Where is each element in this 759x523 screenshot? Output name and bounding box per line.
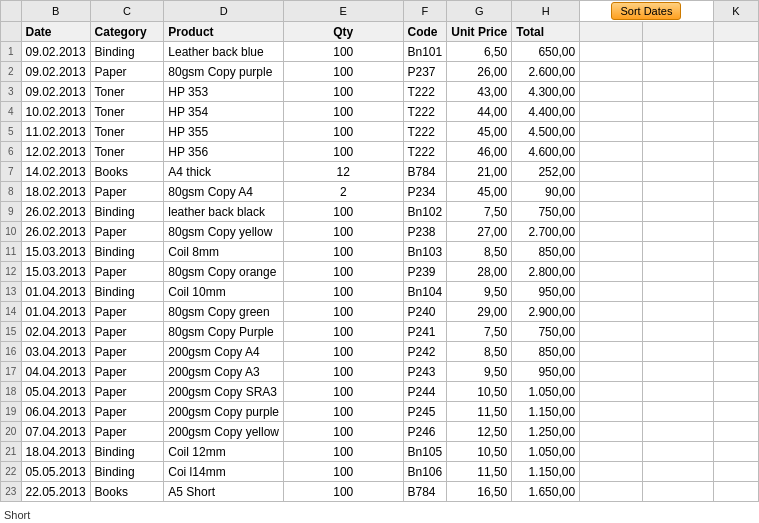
cell-product: 80gsm Copy Purple	[164, 322, 284, 342]
cell-total: 252,00	[512, 162, 580, 182]
cell-qty: 100	[284, 122, 404, 142]
cell-unit-price: 16,50	[447, 482, 512, 502]
spreadsheet: B C D E F G H Sort Dates K Date Category…	[0, 0, 759, 523]
table-row: 22 05.05.2013 Binding Coi l14mm 100 Bn10…	[1, 462, 759, 482]
cell-qty: 100	[284, 222, 404, 242]
header-product: Product	[164, 22, 284, 42]
cell-qty: 100	[284, 482, 404, 502]
cell-qty: 100	[284, 362, 404, 382]
cell-empty-i	[580, 82, 643, 102]
table-row: 7 14.02.2013 Books A4 thick 12 B784 21,0…	[1, 162, 759, 182]
cell-product: Coil 8mm	[164, 242, 284, 262]
cell-empty-k	[713, 442, 758, 462]
table-row: 4 10.02.2013 Toner HP 354 100 T222 44,00…	[1, 102, 759, 122]
cell-product: 200gsm Copy purple	[164, 402, 284, 422]
cell-empty-k	[713, 342, 758, 362]
cell-category: Paper	[90, 402, 164, 422]
row-number: 23	[1, 482, 22, 502]
cell-total: 90,00	[512, 182, 580, 202]
header-total: Total	[512, 22, 580, 42]
data-table: B C D E F G H Sort Dates K Date Category…	[0, 0, 759, 502]
cell-date: 01.04.2013	[21, 302, 90, 322]
cell-empty-k	[713, 222, 758, 242]
cell-empty-j	[643, 242, 713, 262]
cell-total: 1.150,00	[512, 402, 580, 422]
cell-category: Binding	[90, 202, 164, 222]
cell-empty-k	[713, 102, 758, 122]
cell-code: B784	[403, 162, 447, 182]
cell-date: 07.04.2013	[21, 422, 90, 442]
cell-category: Toner	[90, 102, 164, 122]
cell-category: Toner	[90, 82, 164, 102]
cell-date: 09.02.2013	[21, 82, 90, 102]
cell-empty-i	[580, 402, 643, 422]
table-row: 16 03.04.2013 Paper 200gsm Copy A4 100 P…	[1, 342, 759, 362]
col-label-g: G	[447, 1, 512, 22]
data-header-row: Date Category Product Qty Code Unit Pric…	[1, 22, 759, 42]
cell-empty-i	[580, 382, 643, 402]
cell-unit-price: 26,00	[447, 62, 512, 82]
cell-empty-k	[713, 282, 758, 302]
cell-empty-k	[713, 202, 758, 222]
cell-total: 2.800,00	[512, 262, 580, 282]
cell-date: 04.04.2013	[21, 362, 90, 382]
cell-qty: 100	[284, 242, 404, 262]
row-number: 11	[1, 242, 22, 262]
cell-qty: 100	[284, 402, 404, 422]
col-label-k: K	[713, 1, 758, 22]
cell-qty: 100	[284, 282, 404, 302]
sort-dates-button[interactable]: Sort Dates	[611, 2, 681, 20]
cell-product: A5 Short	[164, 482, 284, 502]
cell-code: Bn106	[403, 462, 447, 482]
cell-date: 26.02.2013	[21, 222, 90, 242]
cell-empty-k	[713, 62, 758, 82]
cell-code: T222	[403, 102, 447, 122]
cell-empty-j	[643, 442, 713, 462]
cell-empty-j	[643, 202, 713, 222]
cell-qty: 100	[284, 442, 404, 462]
cell-code: B784	[403, 482, 447, 502]
cell-date: 03.04.2013	[21, 342, 90, 362]
cell-date: 15.03.2013	[21, 242, 90, 262]
cell-empty-k	[713, 482, 758, 502]
cell-code: P234	[403, 182, 447, 202]
cell-date: 10.02.2013	[21, 102, 90, 122]
table-row: 11 15.03.2013 Binding Coil 8mm 100 Bn103…	[1, 242, 759, 262]
cell-empty-k	[713, 82, 758, 102]
row-number: 15	[1, 322, 22, 342]
cell-unit-price: 10,50	[447, 382, 512, 402]
cell-total: 2.900,00	[512, 302, 580, 322]
header-date: Date	[21, 22, 90, 42]
table-row: 15 02.04.2013 Paper 80gsm Copy Purple 10…	[1, 322, 759, 342]
row-number: 1	[1, 42, 22, 62]
cell-product: 80gsm Copy orange	[164, 262, 284, 282]
cell-date: 06.04.2013	[21, 402, 90, 422]
cell-total: 750,00	[512, 322, 580, 342]
cell-code: T222	[403, 122, 447, 142]
cell-product: 200gsm Copy A3	[164, 362, 284, 382]
row-number: 7	[1, 162, 22, 182]
cell-total: 750,00	[512, 202, 580, 222]
cell-total: 4.600,00	[512, 142, 580, 162]
table-row: 14 01.04.2013 Paper 80gsm Copy green 100…	[1, 302, 759, 322]
cell-qty: 100	[284, 142, 404, 162]
table-row: 21 18.04.2013 Binding Coil 12mm 100 Bn10…	[1, 442, 759, 462]
cell-empty-j	[643, 422, 713, 442]
cell-category: Binding	[90, 42, 164, 62]
cell-empty-i	[580, 322, 643, 342]
table-row: 3 09.02.2013 Toner HP 353 100 T222 43,00…	[1, 82, 759, 102]
row-number: 14	[1, 302, 22, 322]
cell-empty-k	[713, 162, 758, 182]
cell-qty: 100	[284, 42, 404, 62]
row-number: 2	[1, 62, 22, 82]
cell-total: 950,00	[512, 282, 580, 302]
cell-empty-k	[713, 322, 758, 342]
table-row: 5 11.02.2013 Toner HP 355 100 T222 45,00…	[1, 122, 759, 142]
col-label-e: E	[284, 1, 404, 22]
cell-total: 4.300,00	[512, 82, 580, 102]
cell-category: Paper	[90, 62, 164, 82]
cell-total: 1.050,00	[512, 382, 580, 402]
cell-total: 1.650,00	[512, 482, 580, 502]
table-row: 19 06.04.2013 Paper 200gsm Copy purple 1…	[1, 402, 759, 422]
cell-empty-i	[580, 282, 643, 302]
